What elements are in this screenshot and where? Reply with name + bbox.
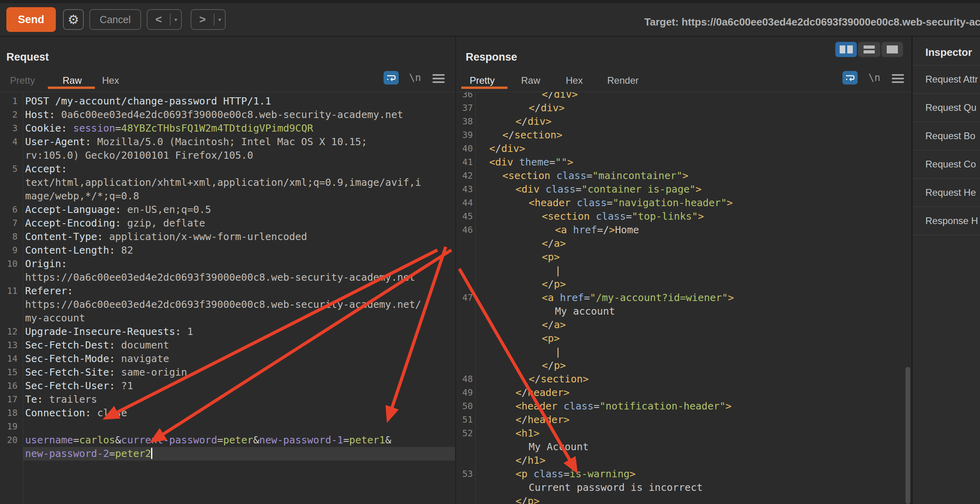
response-line[interactable]: 51</header> [456, 413, 905, 427]
code-text[interactable]: </p> [542, 359, 566, 372]
request-editor[interactable]: 1POST /my-account/change-password HTTP/1… [0, 92, 455, 504]
gear-icon[interactable]: ⚙ [63, 9, 84, 30]
tab-request-hex[interactable]: Hex [102, 75, 119, 86]
response-line[interactable]: 50<header class="notification-header"> [456, 400, 905, 413]
request-line[interactable]: 11Referer: [0, 284, 455, 298]
inspector-item[interactable]: Request Qu [913, 93, 980, 122]
word-wrap-icon[interactable] [842, 71, 858, 85]
code-text[interactable]: my-account [25, 311, 85, 325]
inspector-item[interactable]: Response H [913, 207, 980, 235]
request-line[interactable]: 18Connection: close [0, 406, 455, 420]
request-line[interactable]: 9Content-Length: 82 [0, 244, 455, 257]
response-line[interactable]: Current password is incorrect [456, 481, 905, 494]
code-text[interactable]: </div> [516, 115, 551, 128]
request-line[interactable]: 16Sec-Fetch-User: ?1 [0, 379, 455, 393]
tab-response-hex[interactable]: Hex [566, 75, 583, 86]
code-text[interactable]: username=carlos&current-password=peter&n… [25, 433, 391, 447]
request-line[interactable]: 4User-Agent: Mozilla/5.0 (Macintosh; Int… [0, 135, 455, 149]
code-text[interactable]: <header class="navigation-header"> [529, 196, 733, 210]
response-line[interactable]: </p> [456, 494, 905, 504]
code-text[interactable]: <div class="container is-page"> [516, 183, 702, 196]
code-text[interactable]: Content-Length: 82 [25, 244, 133, 257]
tab-response-raw[interactable]: Raw [521, 75, 540, 86]
inspector-item[interactable]: Request He [913, 178, 980, 207]
show-newlines-icon[interactable]: \n [409, 72, 421, 83]
code-text[interactable]: Current password is incorrect [529, 481, 703, 494]
response-line[interactable]: 45<section class="top-links"> [456, 210, 905, 223]
response-line[interactable]: 42<section class="maincontainer"> [456, 169, 905, 183]
code-text[interactable]: </div> [489, 142, 525, 156]
request-line[interactable]: 15Sec-Fetch-Site: same-origin [0, 366, 455, 379]
response-line[interactable]: 52<h1> [456, 427, 905, 440]
code-text[interactable]: <a href="/my-account?id=wiener"> [542, 291, 734, 305]
code-text[interactable]: </section> [502, 128, 563, 142]
response-line[interactable]: 40</div> [456, 142, 905, 156]
code-text[interactable]: </div> [529, 101, 565, 115]
response-line[interactable]: <p> [456, 250, 905, 264]
hamburger-menu-icon[interactable] [433, 74, 445, 85]
code-text[interactable]: rv:105.0) Gecko/20100101 Firefox/105.0 [25, 149, 253, 162]
code-text[interactable]: </section> [529, 372, 589, 386]
code-text[interactable]: POST /my-account/change-password HTTP/1.… [25, 94, 271, 108]
code-text[interactable]: Te: trailers [25, 393, 97, 406]
split-columns-view-icon[interactable] [835, 42, 857, 57]
request-line[interactable]: 7Accept-Encoding: gzip, deflate [0, 217, 455, 230]
response-line[interactable]: 43<div class="container is-page"> [456, 183, 905, 196]
request-line[interactable]: mage/webp,*/*;q=0.8 [0, 189, 455, 203]
response-line[interactable]: 37</div> [456, 101, 905, 115]
request-line[interactable]: rv:105.0) Gecko/20100101 Firefox/105.0 [0, 149, 455, 162]
word-wrap-icon[interactable] [384, 71, 399, 85]
back-arrow-icon[interactable]: < [148, 13, 170, 26]
response-line[interactable]: 53<p class=is-warning> [456, 467, 905, 481]
code-text[interactable]: | [555, 264, 561, 278]
response-line[interactable]: </p> [456, 359, 905, 372]
request-line[interactable]: https://0a6c00ee03ed4e2dc0693f39000e00c8… [0, 271, 455, 284]
code-text[interactable]: Content-Type: application/x-www-form-url… [25, 230, 307, 244]
code-text[interactable]: Sec-Fetch-Dest: document [25, 339, 169, 352]
code-text[interactable]: Upgrade-Insecure-Requests: 1 [25, 325, 193, 339]
chevron-down-icon[interactable]: ▾ [171, 16, 181, 23]
response-line[interactable]: My Account [456, 440, 905, 454]
request-line[interactable]: 3Cookie: session=48YBZcTHbsFQ1W2m4TDtdig… [0, 122, 455, 135]
code-text[interactable]: Sec-Fetch-Site: same-origin [25, 366, 187, 379]
code-text[interactable]: <div theme=""> [489, 156, 573, 169]
code-text[interactable]: </header> [516, 413, 569, 427]
forward-arrow-icon[interactable]: > [191, 13, 214, 26]
code-text[interactable]: Connection: close [25, 406, 127, 420]
next-request-button[interactable]: > ▾ [191, 9, 226, 30]
code-text[interactable]: </p> [542, 278, 566, 291]
response-line[interactable]: 39</section> [456, 128, 905, 142]
cancel-button[interactable]: Cancel [89, 9, 141, 30]
request-line[interactable]: 19 [0, 420, 455, 433]
response-line[interactable]: | [456, 264, 905, 278]
request-line[interactable]: 2Host: 0a6c00ee03ed4e2dc0693f39000e00c8.… [0, 108, 455, 122]
code-text[interactable]: Accept-Encoding: gzip, deflate [25, 217, 205, 230]
response-line[interactable]: 48</section> [456, 372, 905, 386]
response-line[interactable]: 41<div theme=""> [456, 156, 905, 169]
code-text[interactable]: Origin: [25, 257, 67, 271]
response-line[interactable]: 38</div> [456, 115, 905, 128]
code-text[interactable]: </a> [542, 318, 566, 332]
code-text[interactable]: <h1> [516, 427, 539, 440]
tab-response-render[interactable]: Render [607, 75, 639, 86]
code-text[interactable]: Referer: [25, 284, 73, 298]
chevron-down-icon[interactable]: ▾ [214, 16, 225, 23]
response-line[interactable]: 36</div> [456, 92, 905, 101]
show-newlines-icon[interactable]: \n [868, 72, 880, 83]
code-text[interactable]: </a> [542, 237, 566, 250]
code-text[interactable]: <p class=is-warning> [516, 467, 636, 481]
request-line[interactable]: new-password-2=peter2 [0, 447, 455, 461]
hamburger-menu-icon[interactable] [892, 74, 904, 85]
code-text[interactable]: My account [555, 305, 615, 318]
response-line[interactable]: 46<a href=/>Home [456, 223, 905, 237]
request-line[interactable]: 20username=carlos&current-password=peter… [0, 433, 455, 447]
response-line[interactable]: 47<a href="/my-account?id=wiener"> [456, 291, 905, 305]
response-scrollbar-thumb[interactable] [905, 367, 910, 504]
response-line[interactable]: 44<header class="navigation-header"> [456, 196, 905, 210]
code-text[interactable]: <p> [542, 250, 560, 264]
response-line[interactable]: </p> [456, 278, 905, 291]
request-line[interactable]: my-account [0, 311, 455, 325]
tab-request-pretty[interactable]: Pretty [10, 75, 35, 86]
code-text[interactable]: | [555, 345, 561, 359]
single-pane-view-icon[interactable] [882, 42, 903, 57]
